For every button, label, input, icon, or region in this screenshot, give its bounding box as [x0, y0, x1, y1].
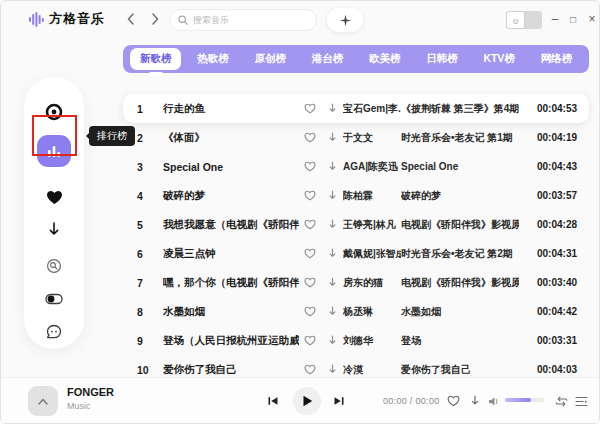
tab-7[interactable]: KTV榜 — [473, 48, 525, 70]
player-favorite-button[interactable] — [445, 393, 461, 409]
sidebar-item-ranking[interactable] — [34, 130, 74, 172]
song-rank: 9 — [137, 335, 163, 347]
table-row[interactable]: 2 《体面》 于文文 时光音乐会•老友记 第1期 00:04:19 — [123, 123, 589, 152]
sidebar-item-favorites[interactable] — [34, 180, 74, 213]
download-icon — [327, 335, 338, 347]
table-row[interactable]: 7 嘿，那个你（电视剧《骄阳伴我》... 房东的猫 电视剧《骄阳伴我》影视原声大… — [123, 268, 589, 297]
next-track-button[interactable] — [331, 393, 347, 409]
tab-5[interactable]: 欧美榜 — [359, 48, 411, 70]
theme-toggle[interactable]: ☼ — [506, 11, 542, 29]
tab-1[interactable]: 新歌榜 — [130, 48, 182, 70]
favorite-button[interactable] — [299, 132, 321, 143]
song-rank: 7 — [137, 277, 163, 289]
player-track-name: FONGER — [67, 386, 114, 398]
song-title: 凌晨三点钟 — [163, 247, 299, 261]
song-rank: 10 — [137, 364, 163, 376]
volume-slider[interactable] — [505, 398, 545, 402]
table-row[interactable]: 5 我想我愿意（电视剧《骄阳伴我》... 王铮亮|林凡 电视剧《骄阳伴我》影视原… — [123, 210, 589, 239]
table-row[interactable]: 8 水墨如烟 杨丞琳 水墨如烟 00:04:42 — [123, 297, 589, 326]
song-duration: 00:04:42 — [519, 306, 577, 317]
heart-outline-icon — [447, 395, 460, 407]
download-button[interactable] — [321, 306, 343, 318]
tab-8[interactable]: 网络榜 — [531, 48, 583, 70]
song-rank: 8 — [137, 306, 163, 318]
loop-icon — [555, 396, 568, 407]
tab-2[interactable]: 热歌榜 — [187, 48, 239, 70]
audio-bars-icon — [29, 12, 44, 27]
download-button[interactable] — [321, 219, 343, 231]
sidebar-item-discover[interactable] — [34, 95, 74, 128]
song-artist: 陈柏霖 — [343, 189, 401, 203]
table-row[interactable]: 3 Special One AGA|陈奕迅 Special One 00:04:… — [123, 152, 589, 181]
download-button[interactable] — [321, 161, 343, 173]
song-artist: 房东的猫 — [343, 276, 401, 290]
song-title: 嘿，那个你（电视剧《骄阳伴我》... — [163, 276, 299, 290]
search-input[interactable] — [193, 15, 293, 25]
download-button[interactable] — [321, 335, 343, 347]
volume-button[interactable] — [487, 394, 501, 408]
song-artist: 于文文 — [343, 131, 401, 145]
favorite-button[interactable] — [299, 364, 321, 375]
download-button[interactable] — [321, 132, 343, 144]
download-icon — [327, 190, 338, 202]
table-row[interactable]: 1 行走的鱼 宝石Gem|李... 《披荆斩棘 第三季》第4期 00:04:53 — [123, 94, 589, 123]
sidebar-item-downloads[interactable] — [34, 214, 74, 247]
heart-outline-icon — [304, 248, 316, 259]
tab-label: 港台榜 — [312, 52, 344, 64]
tab-label: 新歌榜 — [140, 52, 172, 64]
ranking-active-button[interactable] — [37, 135, 71, 167]
table-row[interactable]: 6 凌晨三点钟 戴佩妮|张智成 时光音乐会•老友记 第2期 00:04:31 — [123, 239, 589, 268]
favorite-button[interactable] — [299, 335, 321, 346]
message-icon — [46, 324, 62, 340]
heart-outline-icon — [304, 219, 316, 230]
visibility-toggle-icon — [45, 293, 63, 305]
sidebar — [24, 77, 84, 349]
song-rank: 6 — [137, 248, 163, 260]
tab-4[interactable]: 港台榜 — [302, 48, 354, 70]
favorite-button[interactable] — [299, 306, 321, 317]
song-album: 电视剧《骄阳伴我》影视原声大碟 — [401, 276, 519, 290]
favorite-button[interactable] — [299, 277, 321, 288]
repeat-button[interactable] — [553, 393, 569, 409]
forward-button[interactable] — [147, 11, 163, 27]
back-button[interactable] — [123, 11, 139, 27]
sparkle-button[interactable] — [327, 8, 363, 32]
song-artist: 杨丞琳 — [343, 305, 401, 319]
download-icon — [327, 248, 338, 260]
favorite-button[interactable] — [299, 219, 321, 230]
download-button[interactable] — [321, 277, 343, 289]
player-download-button[interactable] — [467, 393, 483, 409]
minimize-button[interactable]: – — [546, 9, 564, 29]
table-row[interactable]: 9 登场（人民日报杭州亚运助威曲） 刘德华 登场 00:03:31 — [123, 326, 589, 355]
song-title: 水墨如烟 — [163, 305, 299, 319]
playlist-button[interactable] — [573, 393, 589, 409]
tab-6[interactable]: 日韩榜 — [416, 48, 468, 70]
favorite-button[interactable] — [299, 190, 321, 201]
download-button[interactable] — [321, 364, 343, 376]
close-button[interactable]: × — [583, 9, 600, 29]
download-icon — [327, 103, 338, 115]
previous-track-button[interactable] — [265, 393, 281, 409]
table-row[interactable]: 4 破碎的梦 陈柏霖 破碎的梦 00:03:57 — [123, 181, 589, 210]
tab-3[interactable]: 原创榜 — [244, 48, 296, 70]
sidebar-item-messages[interactable] — [34, 316, 74, 349]
favorite-button[interactable] — [299, 248, 321, 259]
play-button[interactable] — [293, 387, 321, 415]
favorite-button[interactable] — [299, 161, 321, 172]
favorite-button[interactable] — [299, 103, 321, 114]
download-arrow-icon — [47, 222, 61, 238]
download-button[interactable] — [321, 248, 343, 260]
search-box[interactable] — [169, 9, 317, 31]
song-duration: 00:03:57 — [519, 190, 577, 201]
download-button[interactable] — [321, 103, 343, 115]
download-button[interactable] — [321, 190, 343, 202]
tab-label: 日韩榜 — [426, 52, 458, 64]
expand-player-button[interactable] — [28, 386, 58, 416]
heart-outline-icon — [304, 103, 316, 114]
tab-label: 欧美榜 — [369, 52, 401, 64]
song-album: 爱你伤了我自己 — [401, 363, 519, 377]
sidebar-item-recent[interactable] — [34, 249, 74, 282]
sidebar-item-mode-toggle[interactable] — [34, 282, 74, 315]
previous-track-icon — [267, 395, 279, 407]
maximize-button[interactable]: □ — [564, 9, 582, 29]
